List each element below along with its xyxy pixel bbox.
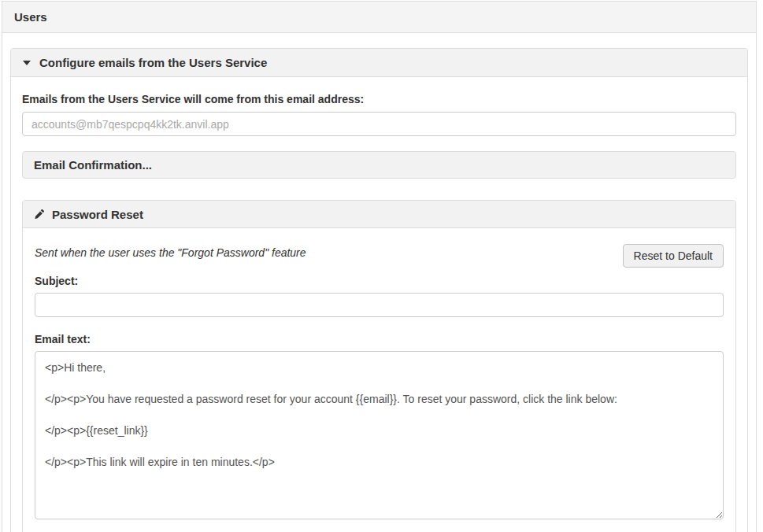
- configure-emails-panel: Configure emails from the Users Service …: [10, 48, 748, 532]
- email-text-textarea[interactable]: <p>Hi there, </p><p>You have requested a…: [35, 351, 724, 519]
- from-address-input[interactable]: [22, 112, 736, 136]
- password-reset-body: Sent when the user uses the "Forgot Pass…: [23, 228, 735, 532]
- password-reset-panel: Password Reset Sent when the user uses t…: [22, 200, 736, 532]
- configure-emails-title: Configure emails from the Users Service: [39, 56, 267, 69]
- password-reset-title: Password Reset: [52, 208, 143, 221]
- reset-to-default-button[interactable]: Reset to Default: [623, 244, 724, 268]
- page-title: Users: [2, 2, 756, 33]
- users-service-card: Users Configure emails from the Users Se…: [2, 1, 757, 532]
- users-service-body: Configure emails from the Users Service …: [2, 33, 756, 532]
- configure-emails-section-header[interactable]: Configure emails from the Users Service: [11, 49, 747, 77]
- pencil-icon: [34, 209, 45, 220]
- email-confirmation-section-header[interactable]: Email Confirmation...: [22, 151, 736, 179]
- configure-emails-body: Emails from the Users Service will come …: [11, 77, 747, 532]
- caret-down-icon: [23, 61, 31, 65]
- email-text-label: Email text:: [35, 333, 724, 345]
- description-row: Sent when the user uses the "Forgot Pass…: [35, 244, 724, 268]
- from-address-label: Emails from the Users Service will come …: [22, 93, 736, 105]
- subject-input[interactable]: [35, 293, 724, 317]
- password-reset-section-header[interactable]: Password Reset: [23, 201, 735, 228]
- password-reset-description: Sent when the user uses the "Forgot Pass…: [35, 244, 306, 259]
- subject-label: Subject:: [35, 275, 724, 287]
